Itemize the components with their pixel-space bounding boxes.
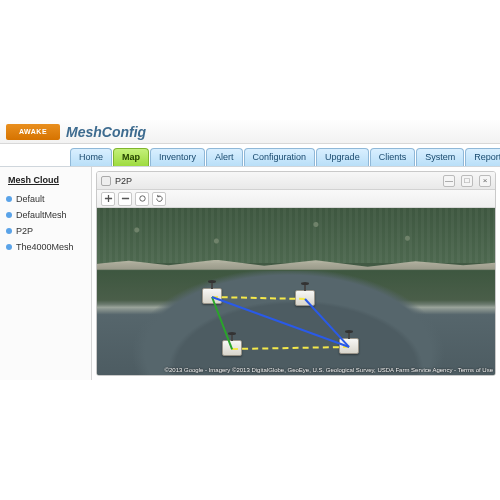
sidebar-item-label: DefaultMesh bbox=[16, 210, 67, 220]
sidebar-title: Mesh Cloud bbox=[8, 175, 87, 185]
sidebar-item-default[interactable]: Default bbox=[4, 191, 87, 207]
header-bar: AWAKE MeshConfig bbox=[0, 120, 500, 144]
sidebar-item-defaultmesh[interactable]: DefaultMesh bbox=[4, 207, 87, 223]
map-toolbar bbox=[97, 190, 495, 208]
antenna-icon bbox=[228, 332, 236, 335]
map-panel: P2P — □ × ©2013 Google - Imagery ©2013 D… bbox=[96, 171, 496, 376]
node-dot-icon bbox=[6, 244, 12, 250]
map-attribution: ©2013 Google - Imagery ©2013 DigitalGlob… bbox=[165, 367, 493, 373]
map-land bbox=[97, 208, 495, 263]
pan-icon[interactable] bbox=[135, 192, 149, 206]
app-title: MeshConfig bbox=[66, 124, 146, 140]
brand-logo: AWAKE bbox=[6, 124, 60, 140]
sidebar-item-label: Default bbox=[16, 194, 45, 204]
map-water bbox=[97, 271, 495, 375]
zoom-in-icon[interactable] bbox=[101, 192, 115, 206]
node-dot-icon bbox=[6, 212, 12, 218]
main-tabbar: HomeMapInventoryAlertConfigurationUpgrad… bbox=[0, 144, 500, 166]
panel-header: P2P — □ × bbox=[97, 172, 495, 190]
sidebar: Mesh Cloud DefaultDefaultMeshP2PThe4000M… bbox=[0, 167, 92, 380]
tab-map[interactable]: Map bbox=[113, 148, 149, 166]
tab-alert[interactable]: Alert bbox=[206, 148, 243, 166]
node-dot-icon bbox=[6, 228, 12, 234]
antenna-icon bbox=[208, 280, 216, 283]
node-dot-icon bbox=[6, 196, 12, 202]
tab-clients[interactable]: Clients bbox=[370, 148, 416, 166]
satellite-map[interactable]: ©2013 Google - Imagery ©2013 DigitalGlob… bbox=[97, 208, 495, 375]
sidebar-item-p2p[interactable]: P2P bbox=[4, 223, 87, 239]
collapse-button[interactable]: — bbox=[443, 175, 455, 187]
panel-title: P2P bbox=[115, 176, 437, 186]
tab-report[interactable]: Report bbox=[465, 148, 500, 166]
close-button[interactable]: × bbox=[479, 175, 491, 187]
tab-configuration[interactable]: Configuration bbox=[244, 148, 316, 166]
app-window: AWAKE MeshConfig HomeMapInventoryAlertCo… bbox=[0, 120, 500, 380]
workspace: Mesh Cloud DefaultDefaultMeshP2PThe4000M… bbox=[0, 166, 500, 380]
antenna-icon bbox=[345, 330, 353, 333]
antenna-icon bbox=[301, 282, 309, 285]
maximize-button[interactable]: □ bbox=[461, 175, 473, 187]
pin-icon[interactable] bbox=[101, 176, 111, 186]
tab-system[interactable]: System bbox=[416, 148, 464, 166]
svg-point-0 bbox=[139, 196, 144, 201]
tab-home[interactable]: Home bbox=[70, 148, 112, 166]
sidebar-item-the4000mesh[interactable]: The4000Mesh bbox=[4, 239, 87, 255]
tab-upgrade[interactable]: Upgrade bbox=[316, 148, 369, 166]
sidebar-item-label: P2P bbox=[16, 226, 33, 236]
zoom-out-icon[interactable] bbox=[118, 192, 132, 206]
sidebar-item-label: The4000Mesh bbox=[16, 242, 74, 252]
main-area: P2P — □ × ©2013 Google - Imagery ©2013 D… bbox=[92, 167, 500, 380]
tab-inventory[interactable]: Inventory bbox=[150, 148, 205, 166]
refresh-icon[interactable] bbox=[152, 192, 166, 206]
